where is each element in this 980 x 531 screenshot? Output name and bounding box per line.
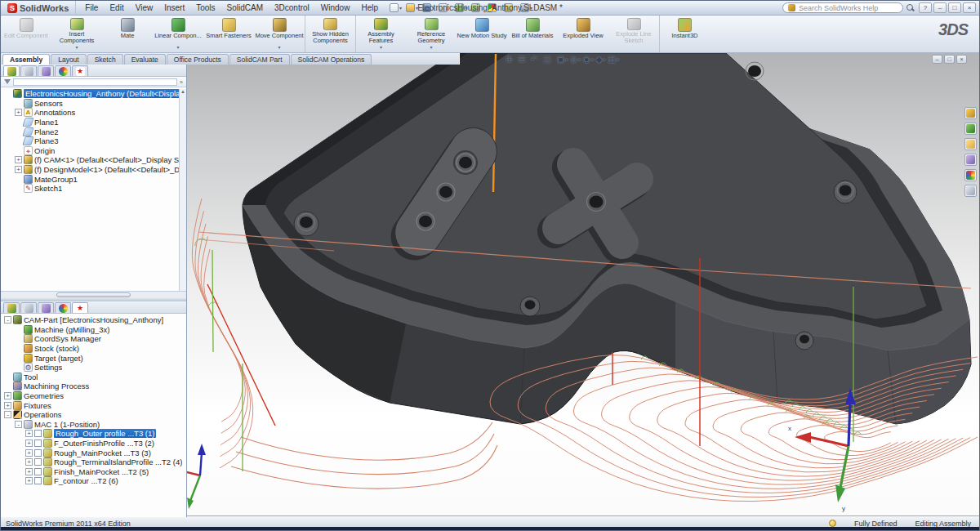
quick-access-button[interactable]: ▾ — [487, 2, 501, 13]
tree-item[interactable]: Tool — [1, 373, 186, 382]
ribbon-button[interactable]: Explode Line Sketch ▾ — [608, 16, 659, 52]
chevron-down-icon[interactable]: ▾ — [430, 44, 432, 52]
tree-item[interactable]: + Rough_Outer profile ...T3 (1) — [1, 429, 186, 439]
window-control-button[interactable]: ? — [919, 2, 932, 13]
tree-item[interactable]: + Geometries — [1, 391, 186, 401]
window-control-button[interactable]: □ — [948, 2, 961, 13]
tree-item[interactable]: Target (target) — [1, 353, 186, 363]
quick-access-button[interactable]: ▾ — [454, 2, 468, 13]
tree-expander[interactable]: + — [15, 156, 22, 163]
tree-item[interactable]: Plane1 — [1, 118, 186, 127]
window-control-button[interactable]: × — [963, 2, 976, 13]
panel-tab[interactable] — [72, 65, 88, 76]
view-tool-icon[interactable]: ◆▾ — [596, 55, 606, 64]
tree-item[interactable]: + Fixtures — [1, 400, 186, 410]
search-icon[interactable] — [906, 4, 914, 11]
quick-access-button[interactable]: ▾ — [519, 2, 533, 13]
dropdown-arrow-icon[interactable]: ▾ — [399, 5, 402, 11]
tree-expander[interactable]: + — [15, 166, 22, 173]
panel-tab[interactable] — [38, 65, 54, 76]
tree-item[interactable]: + F_OuterFinishProfile ...T3 (2) — [1, 439, 186, 448]
ribbon-button[interactable]: Assembly Features ▾ — [355, 16, 406, 52]
menu-item[interactable]: Edit — [104, 2, 129, 14]
tree-item[interactable]: Origin — [1, 146, 186, 156]
menu-item[interactable]: Help — [355, 2, 384, 14]
tree-item[interactable]: Sensors — [1, 99, 186, 109]
ribbon-button[interactable]: Bill of Materials ▾ — [507, 16, 558, 52]
tree-expander[interactable]: + — [25, 477, 33, 484]
view-tool-icon[interactable]: ◍▾ — [570, 55, 581, 64]
ribbon-button[interactable]: Linear Compon... ▾ — [153, 16, 203, 52]
tree-item[interactable]: Machining Process — [1, 382, 186, 391]
dropdown-arrow-icon[interactable]: ▾ — [530, 5, 532, 11]
ribbon-button[interactable]: Mate ▾ — [102, 16, 153, 52]
operation-checkbox[interactable] — [34, 449, 42, 457]
operation-checkbox[interactable] — [34, 430, 42, 437]
command-tab[interactable]: Evaluate — [124, 54, 166, 65]
chevron-down-icon[interactable]: ▾ — [75, 44, 78, 52]
task-pane-button[interactable] — [964, 123, 977, 135]
scrollbar-thumb[interactable] — [56, 292, 131, 297]
panel-tab[interactable] — [38, 302, 54, 313]
quick-access-button[interactable]: ▾ — [421, 2, 435, 13]
document-control-button[interactable]: × — [956, 55, 967, 64]
dropdown-arrow-icon[interactable]: ▾ — [465, 5, 467, 11]
operation-checkbox[interactable] — [34, 458, 42, 466]
panel-tab[interactable] — [20, 302, 37, 313]
chevron-down-icon[interactable]: ▾ — [565, 56, 568, 62]
tree-expander[interactable]: + — [25, 440, 33, 447]
panel-tab[interactable] — [55, 65, 71, 76]
panel-tab[interactable] — [20, 65, 37, 76]
tree-item[interactable]: Stock (stock) — [1, 344, 186, 354]
quick-access-button[interactable]: ▾ — [503, 2, 517, 13]
tree-expander[interactable]: + — [25, 449, 33, 457]
menu-item[interactable]: File — [79, 2, 104, 14]
chevron-down-icon[interactable]: ▾ — [278, 44, 280, 52]
menu-item[interactable]: 3Dcontrol — [269, 2, 315, 14]
filter-expand-icon[interactable]: » — [180, 79, 183, 85]
quick-access-button[interactable]: ▾ — [389, 2, 403, 13]
graphics-viewport[interactable]: x z y ⊕▾ ⊞▾ — [187, 53, 980, 517]
ribbon-button[interactable]: Insert Components ▾ — [51, 16, 102, 52]
command-tab[interactable]: Sketch — [87, 54, 123, 65]
tree-expander[interactable]: + — [25, 430, 33, 437]
quick-access-button[interactable]: ▾ — [405, 2, 419, 13]
tree-expander[interactable]: - — [4, 316, 11, 324]
ribbon-button[interactable]: Smart Fasteners ▾ — [203, 16, 254, 52]
dropdown-arrow-icon[interactable]: ▾ — [432, 5, 434, 11]
tree-item[interactable]: + F_contour ...T2 (6) — [1, 476, 186, 486]
tree-expander[interactable]: + — [25, 468, 33, 475]
command-tab[interactable]: Layout — [51, 54, 87, 65]
task-pane-button[interactable] — [964, 107, 977, 119]
chevron-down-icon[interactable]: ▾ — [603, 56, 605, 62]
chevron-down-icon[interactable]: ▾ — [617, 56, 619, 62]
command-tab[interactable]: SolidCAM Part — [229, 54, 290, 65]
tree-item[interactable]: Sketch1 — [1, 184, 186, 194]
filter-funnel-icon[interactable] — [4, 79, 11, 84]
tree-item[interactable]: - CAM-Part [ElectronicsHousing_Anthony] — [1, 315, 186, 325]
menu-item[interactable]: SolidCAM — [221, 2, 269, 14]
command-tab[interactable]: SolidCAM Operations — [291, 54, 372, 65]
document-control-button[interactable]: – — [932, 55, 942, 64]
tree-item[interactable]: CoordSys Manager — [1, 334, 186, 344]
task-pane-button[interactable] — [964, 154, 977, 166]
chevron-down-icon[interactable]: ▾ — [578, 56, 581, 62]
tree-expander[interactable]: + — [15, 109, 22, 116]
view-tool-icon[interactable]: ↶▾ — [531, 55, 541, 64]
tree-expander[interactable]: + — [4, 392, 11, 399]
ribbon-button[interactable]: Move Component ▾ — [254, 16, 305, 52]
ribbon-button[interactable]: Show Hidden Components ▾ — [305, 16, 355, 52]
panel-tab[interactable] — [3, 65, 20, 76]
tree-item[interactable]: + Annotations — [1, 108, 186, 118]
menu-item[interactable]: Window — [315, 2, 356, 14]
tree-item[interactable]: + Rough_TerminalIslandProfile ...T2 (4) — [1, 457, 186, 467]
tree-item[interactable]: + Finish_MainPocket ...T2 (5) — [1, 467, 186, 477]
ribbon-button[interactable]: Instant3D ▾ — [659, 16, 710, 52]
task-pane-button[interactable] — [964, 169, 977, 181]
menu-item[interactable]: View — [130, 2, 159, 14]
tree-expander[interactable]: + — [25, 458, 33, 466]
tree-item[interactable]: Plane3 — [1, 136, 186, 146]
tree-item[interactable]: Plane2 — [1, 127, 186, 136]
view-tool-icon[interactable]: ⊞▾ — [518, 55, 528, 64]
horizontal-scrollbar[interactable] — [1, 291, 186, 298]
